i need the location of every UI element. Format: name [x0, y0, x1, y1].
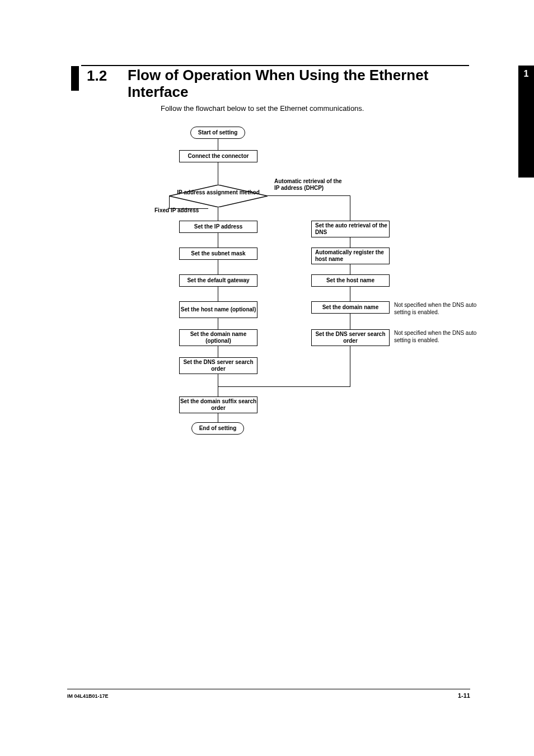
label: End of setting [199, 425, 237, 432]
intro-text: Follow the flowchart below to set the Et… [161, 104, 364, 113]
label: Set the auto retrieval of the DNS [315, 222, 389, 236]
flow-decision: IP address assignment method [169, 185, 268, 207]
heading-accent-bar [71, 66, 79, 91]
label: Set the IP address [194, 223, 243, 230]
label: Automatically register the host name [315, 249, 389, 263]
svg-marker-0 [169, 185, 268, 207]
label: Connect the connector [188, 153, 249, 160]
label: Set the domain suffix search order [180, 398, 257, 412]
flow-set-ip: Set the IP address [179, 221, 257, 233]
flow-set-dns-left: Set the DNS server search order [179, 357, 257, 374]
flow-connect: Connect the connector [179, 150, 257, 162]
flow-end: End of setting [191, 422, 244, 435]
section-number: 1.2 [87, 67, 107, 85]
label: Set the DNS server search order [312, 331, 389, 344]
footer-page-number: 1-11 [458, 692, 470, 699]
flow-set-host-right: Set the host name [311, 274, 390, 287]
label: Set the subnet mask [191, 250, 245, 257]
heading-rule [81, 65, 469, 66]
label: Set the host name [326, 277, 374, 284]
label: Set the host name (optional) [181, 306, 256, 313]
label: Set the domain name [322, 304, 379, 311]
flow-start: Start of setting [190, 127, 245, 139]
decision-right-label-1: Automatic retrieval of the [274, 178, 342, 184]
decision-right-label-2: IP address (DHCP) [274, 185, 324, 191]
footer-rule [67, 689, 470, 689]
flow-auto-dns: Set the auto retrieval of the DNS [311, 221, 390, 237]
flow-set-domain-left: Set the domain name (optional) [179, 329, 257, 346]
note-1: Not specified when the DNS auto setting … [394, 301, 478, 316]
label: Set the DNS server search order [180, 359, 257, 372]
flow-suffix: Set the domain suffix search order [179, 396, 257, 413]
section-title: Flow of Operation When Using the Etherne… [128, 67, 441, 101]
flowchart: Start of setting Connect the connector I… [157, 122, 470, 486]
flow-set-subnet: Set the subnet mask [179, 248, 257, 260]
flow-set-host-left: Set the host name (optional) [179, 301, 257, 318]
label: Set the domain name (optional) [180, 331, 257, 344]
chapter-label: Using the Ethernet Interface [523, 85, 530, 164]
note-2: Not specified when the DNS auto setting … [394, 329, 478, 344]
flow-set-gateway: Set the default gateway [179, 274, 257, 287]
label: Set the default gateway [187, 277, 249, 284]
label: IP address assignment method [169, 189, 268, 196]
flow-set-dns-right: Set the DNS server search order [311, 329, 390, 346]
flow-set-domain-right: Set the domain name [311, 301, 390, 314]
label: Start of setting [198, 129, 238, 136]
flow-auto-host: Automatically register the host name [311, 248, 390, 264]
footer-doc-id: IM 04L41B01-17E [67, 693, 109, 699]
chapter-number: 1 [524, 69, 529, 79]
